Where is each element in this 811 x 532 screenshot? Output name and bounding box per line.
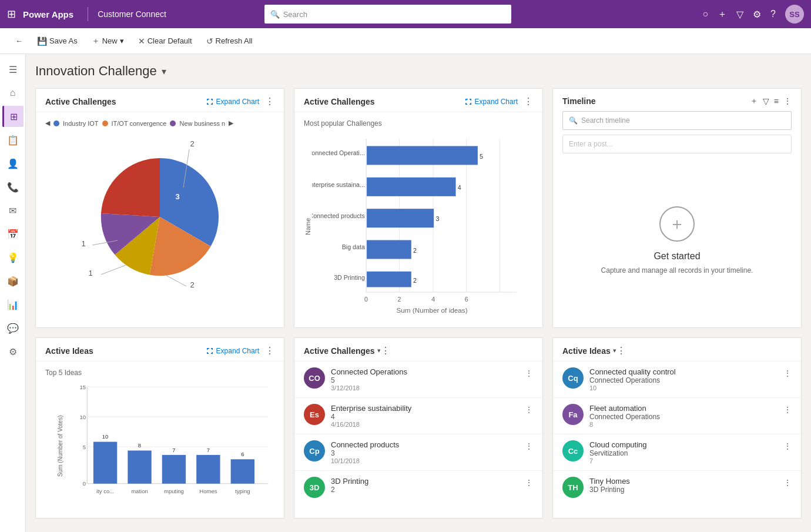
svg-text:8: 8	[138, 442, 141, 449]
sidebar-item-packages[interactable]: 📦	[2, 270, 24, 292]
challenge-more-4[interactable]: ⋮	[525, 478, 533, 487]
legend-label-3: New business n	[179, 120, 225, 127]
x-tick-2: 2	[398, 296, 401, 303]
grid-icon[interactable]: ⊞	[7, 8, 16, 21]
sidebar-item-home[interactable]: ⌂	[2, 82, 24, 103]
global-search[interactable]: 🔍 Search	[264, 5, 511, 24]
ideas-bar-1	[93, 442, 117, 484]
legend-label-1: Industry IOT	[63, 120, 99, 127]
challenge-more-3[interactable]: ⋮	[525, 441, 533, 451]
timeline-sort-button[interactable]: ≡	[774, 96, 779, 106]
challenge-sub2-3: 10/1/2018	[331, 457, 519, 464]
ideas-list-header: Active Ideas ▾ ⋮	[553, 338, 801, 362]
circle-icon[interactable]: ○	[702, 9, 708, 19]
page-title: Innovation Challenge	[35, 63, 157, 79]
challenge-content-1: Connected Operations 5 3/12/2018	[331, 367, 519, 392]
idea-more-2[interactable]: ⋮	[783, 405, 792, 414]
bar-5	[367, 272, 411, 287]
back-button[interactable]: ←	[9, 33, 29, 49]
idea-more-1[interactable]: ⋮	[783, 369, 792, 378]
bar-chart-card: Active Challenges Expand Chart ⋮ Most po…	[294, 88, 543, 328]
challenge-avatar-4: 3D	[304, 477, 325, 498]
sidebar-item-calendar[interactable]: 📅	[2, 223, 24, 245]
pie-expand-button[interactable]: Expand Chart	[206, 98, 259, 106]
legend-prev-icon[interactable]: ◀	[45, 119, 50, 127]
pie-card-actions: Expand Chart ⋮	[206, 96, 274, 107]
svg-text:6: 6	[241, 451, 244, 457]
settings-icon[interactable]: ⚙	[753, 9, 761, 20]
sidebar-item-menu[interactable]: ☰	[2, 59, 24, 80]
sidebar-item-chat[interactable]: 💬	[2, 317, 24, 339]
timeline-post-placeholder: Enter a post...	[569, 140, 613, 148]
clear-default-button[interactable]: ✕ Clear Default	[132, 33, 198, 49]
ideas-list-title-area: Active Ideas ▾	[562, 346, 616, 356]
legend-dot-1	[53, 121, 59, 126]
ideas-svg: 15 10 5 0 10 8	[75, 382, 274, 511]
bar-more-button[interactable]: ⋮	[524, 96, 533, 107]
legend-dot-2	[102, 121, 108, 126]
help-icon[interactable]: ?	[770, 9, 776, 19]
filter-icon[interactable]: ▽	[736, 9, 743, 20]
timeline-post-area[interactable]: Enter a post...	[562, 135, 792, 153]
back-icon: ←	[15, 36, 23, 45]
timeline-more-button[interactable]: ⋮	[783, 96, 792, 106]
clear-default-label: Clear Default	[148, 36, 192, 45]
sidebar-item-contacts[interactable]: 👤	[2, 153, 24, 174]
challenge-more-2[interactable]: ⋮	[525, 405, 533, 414]
challenges-list-body: CO Connected Operations 5 3/12/2018 ⋮ Es…	[294, 362, 542, 504]
svg-text:5: 5	[83, 444, 86, 450]
pie-card-body: ◀ Industry IOT IT/OT convergence New bus…	[36, 112, 284, 324]
sidebar-item-settings[interactable]: ⚙	[2, 341, 24, 362]
timeline-search[interactable]: 🔍 Search timeline	[562, 111, 792, 130]
bar-card-actions: Expand Chart ⋮	[464, 96, 533, 107]
challenge-title-4: 3D Printing	[331, 477, 519, 486]
ideas-list-more[interactable]: ⋮	[616, 345, 626, 356]
save-as-button[interactable]: 💾 Save As	[31, 33, 83, 49]
svg-text:10: 10	[80, 414, 86, 420]
page-title-row: Innovation Challenge ▾	[35, 63, 802, 79]
sidebar-item-insights[interactable]: 💡	[2, 247, 24, 268]
idea-more-3[interactable]: ⋮	[783, 441, 792, 451]
sidebar-item-reports[interactable]: 📊	[2, 294, 24, 315]
idea-item-1: Cq Connected quality control Connected O…	[553, 362, 801, 398]
bar-expand-button[interactable]: Expand Chart	[464, 98, 518, 106]
new-button[interactable]: ＋ New ▾	[86, 32, 130, 50]
idea-more-4[interactable]: ⋮	[783, 478, 792, 487]
timeline-add-button[interactable]: ＋	[750, 96, 758, 106]
legend-label-2: IT/OT convergence	[112, 120, 167, 127]
pie-label-1-text: 1	[81, 239, 85, 248]
pie-label-2b-text: 2	[190, 280, 194, 289]
sidebar-item-phone[interactable]: 📞	[2, 176, 24, 198]
y-label-5: 3D Printing	[334, 274, 365, 281]
bar-expand-label: Expand Chart	[475, 98, 518, 106]
pie-svg: 3 2 1 1 2	[83, 140, 236, 293]
sidebar-item-pages[interactable]: 📋	[2, 129, 24, 150]
top-nav: ⊞ Power Apps Customer Connect 🔍 Search ○…	[0, 0, 811, 28]
challenges-list-more[interactable]: ⋮	[381, 345, 390, 356]
pie-expand-label: Expand Chart	[216, 98, 259, 106]
y-label-3: Connected products	[312, 212, 365, 219]
sidebar-item-dashboard[interactable]: ⊞	[2, 106, 24, 127]
pie-more-button[interactable]: ⋮	[265, 96, 274, 107]
idea-item-4: TH Tiny Homes 3D Printing ⋮	[553, 471, 801, 504]
idea-content-2: Fleet automation Connected Operations 8	[589, 404, 778, 428]
new-dropdown-icon[interactable]: ▾	[120, 36, 124, 45]
ideas-more-button[interactable]: ⋮	[265, 345, 274, 356]
challenge-sub2-1: 3/12/2018	[331, 384, 519, 392]
pie-label-1b-text: 1	[88, 269, 92, 277]
svg-text:15: 15	[80, 384, 86, 390]
ideas-expand-button[interactable]: Expand Chart	[206, 347, 259, 355]
y-label-4: Big data	[342, 243, 365, 250]
nav-icons: ○ ＋ ▽ ⚙ ? SS	[702, 5, 804, 24]
idea-content-3: Cloud computing Servitization 7	[589, 440, 778, 464]
legend-next-icon[interactable]: ▶	[229, 119, 233, 127]
plus-icon[interactable]: ＋	[718, 8, 727, 21]
sidebar-item-email[interactable]: ✉	[2, 200, 24, 221]
challenge-more-1[interactable]: ⋮	[525, 369, 533, 378]
pie-card-title: Active Challenges	[45, 97, 206, 106]
ideas-chart-subtitle: Top 5 Ideas	[45, 369, 274, 377]
timeline-filter-button[interactable]: ▽	[763, 96, 769, 106]
refresh-all-button[interactable]: ↺ Refresh All	[200, 33, 259, 49]
avatar[interactable]: SS	[785, 5, 804, 24]
page-title-caret[interactable]: ▾	[162, 66, 166, 77]
